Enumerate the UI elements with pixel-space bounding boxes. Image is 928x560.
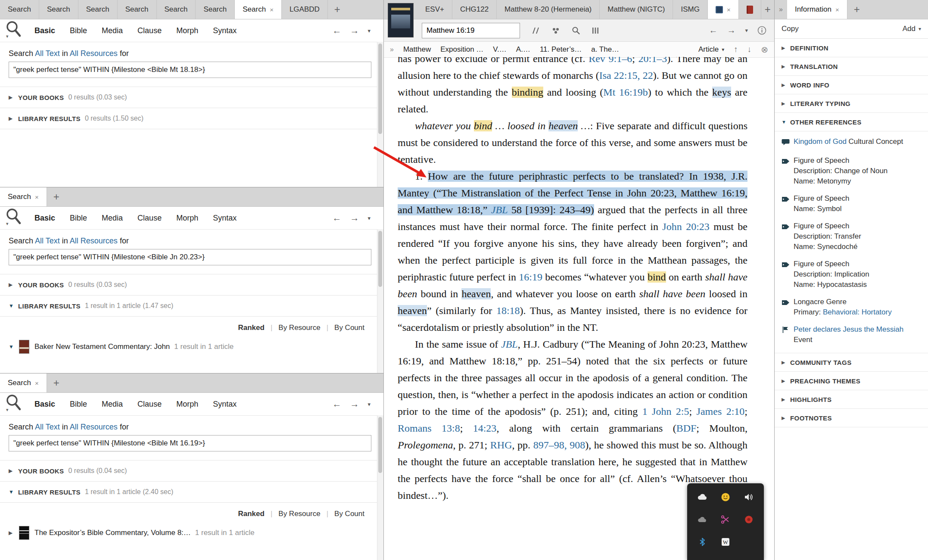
breadcrumb-item[interactable]: Matthew — [403, 45, 431, 54]
reference-link[interactable]: 18:18 — [496, 305, 520, 316]
tab-search[interactable]: Search — [0, 0, 39, 19]
tab-search[interactable]: Search — [78, 0, 118, 19]
forward-icon[interactable]: → — [350, 25, 359, 36]
info-section-literary-typing[interactable]: ▶LITERARY TYPING — [775, 94, 928, 113]
back-icon[interactable]: ← — [332, 25, 341, 36]
reference-link[interactable]: Rev 9:1–6 — [589, 57, 632, 64]
info-section-community-tags[interactable]: ▶COMMUNITY TAGS — [775, 353, 928, 372]
information-icon[interactable] — [757, 26, 766, 35]
back-icon[interactable]: ← — [709, 25, 717, 35]
info-section-footnotes[interactable]: ▶FOOTNOTES — [775, 409, 928, 427]
add-button[interactable]: Add ▾ — [903, 25, 921, 33]
close-tab-icon[interactable]: × — [35, 193, 39, 201]
scrollbar[interactable] — [377, 415, 383, 560]
search-type-chevron-icon[interactable]: ▾ — [6, 221, 9, 227]
reference-link[interactable]: 16:19 — [519, 271, 542, 283]
close-tab-icon[interactable]: × — [727, 6, 731, 13]
smiley-icon[interactable] — [714, 488, 737, 506]
forward-icon[interactable]: → — [350, 213, 359, 223]
tab-search[interactable]: Search — [39, 0, 78, 19]
breadcrumb-item[interactable]: V.… — [493, 45, 507, 54]
previous-article-icon[interactable]: ↑ — [734, 45, 738, 54]
scrollbar-thumb[interactable] — [378, 417, 382, 473]
tab-red-book-icon[interactable] — [739, 0, 761, 19]
info-section-preaching-themes[interactable]: ▶PREACHING THEMES — [775, 372, 928, 390]
info-section-definition[interactable]: ▶DEFINITION — [775, 39, 928, 57]
scrollbar[interactable] — [377, 42, 383, 187]
all-text-link[interactable]: All Text — [35, 236, 60, 245]
reference-link[interactable]: Kingdom of God — [794, 137, 847, 146]
chevron-right-icon[interactable]: ▶ — [782, 101, 790, 106]
scrollbar-thumb[interactable] — [378, 231, 382, 287]
search-kind-clause[interactable]: Clause — [137, 214, 162, 223]
reference-link[interactable]: Peter declares Jesus the Messiah — [794, 325, 903, 333]
search-kind-media[interactable]: Media — [102, 214, 123, 223]
back-icon[interactable]: ← — [332, 399, 341, 409]
sort-by-resource[interactable]: By Resource — [278, 324, 320, 332]
your-books-section-header[interactable]: ▶ YOUR BOOKS 0 results (0.04 sec) — [0, 460, 383, 482]
reference-link[interactable]: Behavioral: Hortatory — [823, 308, 892, 316]
search-kind-clause[interactable]: Clause — [137, 400, 162, 409]
search-kind-syntax[interactable]: Syntax — [213, 214, 237, 223]
scissors-icon[interactable] — [714, 511, 737, 528]
w-icon[interactable]: W — [714, 533, 737, 551]
tab-search[interactable]: Search× — [235, 0, 282, 19]
sort-by-resource[interactable]: By Resource — [278, 510, 320, 518]
multiple-columns-icon[interactable] — [592, 27, 599, 34]
scrollbar[interactable] — [377, 229, 383, 373]
tab-matthew-8-20-hermeneia[interactable]: Matthew 8-20 (Hermeneia) — [497, 0, 600, 19]
all-text-link[interactable]: All Text — [35, 49, 60, 58]
reference-item[interactable]: Figure of SpeechDescription: TransferNam… — [775, 218, 928, 255]
search-kind-clause[interactable]: Clause — [137, 26, 162, 35]
close-tab-icon[interactable]: × — [35, 380, 39, 387]
library-results-section-header[interactable]: ▶ LIBRARY RESULTS 0 results (1.50 sec) — [0, 108, 383, 129]
visual-filters-icon[interactable] — [551, 26, 561, 35]
panel-menu-icon[interactable]: ▾ — [745, 27, 748, 34]
chevron-right-icon[interactable]: ▶ — [782, 82, 790, 88]
sort-by-count[interactable]: By Count — [334, 510, 364, 518]
info-section-word-info[interactable]: ▶WORD INFO — [775, 76, 928, 94]
chevron-right-icon[interactable]: ▶ — [9, 115, 18, 121]
close-tab-icon[interactable]: × — [835, 6, 839, 13]
search-query-input[interactable] — [9, 435, 371, 451]
reference-link[interactable]: 14:23 — [473, 423, 497, 434]
chevron-right-icon[interactable]: ▶ — [782, 397, 790, 402]
reference-link[interactable]: Isa 22:15, 22 — [599, 70, 653, 81]
new-tab-button[interactable]: + — [761, 0, 774, 19]
reference-link[interactable]: Romans 13:8 — [398, 423, 460, 434]
tab-lgabdd[interactable]: LGABDD — [282, 0, 328, 19]
chevrons-icon[interactable]: » — [775, 0, 787, 19]
new-tab-button[interactable]: + — [47, 187, 66, 206]
chevron-right-icon[interactable]: ▶ — [9, 530, 18, 536]
close-locator-icon[interactable]: ⊗ — [761, 44, 768, 55]
panel-menu-icon[interactable]: ▾ — [367, 28, 371, 34]
library-results-section-header[interactable]: ▼ LIBRARY RESULTS 1 result in 1 article … — [0, 296, 383, 317]
chevron-down-icon[interactable]: ▼ — [9, 489, 18, 495]
search-kind-syntax[interactable]: Syntax — [213, 26, 237, 35]
reference-link[interactable]: 20:1–3 — [638, 57, 667, 64]
chevron-right-icon[interactable]: ▶ — [782, 378, 790, 384]
tab-esv[interactable]: ESV+ — [417, 0, 452, 19]
forward-icon[interactable]: → — [727, 25, 735, 35]
tab-information[interactable]: Information× — [787, 0, 847, 19]
tab-search[interactable]: Search — [118, 0, 157, 19]
tab-chg122[interactable]: CHG122 — [452, 0, 497, 19]
new-tab-button[interactable]: + — [328, 0, 347, 19]
chevron-right-icon[interactable]: ▶ — [782, 45, 790, 51]
panel-menu-icon[interactable]: ▾ — [367, 215, 371, 221]
resource-cover-thumbnail[interactable] — [388, 3, 413, 37]
next-article-icon[interactable]: ↓ — [747, 45, 752, 54]
search-kind-bible[interactable]: Bible — [70, 26, 87, 35]
red-badge-icon[interactable] — [737, 511, 760, 528]
new-tab-button[interactable]: + — [847, 0, 866, 19]
all-resources-link[interactable]: All Resources — [70, 49, 118, 58]
search-result-row[interactable]: ▼ Baker New Testament Commentary: John 1… — [0, 334, 383, 354]
all-resources-link[interactable]: All Resources — [70, 423, 118, 431]
chevron-right-icon[interactable]: ▶ — [9, 282, 18, 288]
search-type-chevron-icon[interactable]: ▾ — [6, 34, 9, 39]
search-icon[interactable] — [572, 26, 580, 35]
search-kind-morph[interactable]: Morph — [176, 26, 198, 35]
new-tab-button[interactable]: + — [47, 373, 66, 392]
sort-by-count[interactable]: By Count — [334, 324, 364, 332]
search-kind-syntax[interactable]: Syntax — [213, 400, 237, 409]
